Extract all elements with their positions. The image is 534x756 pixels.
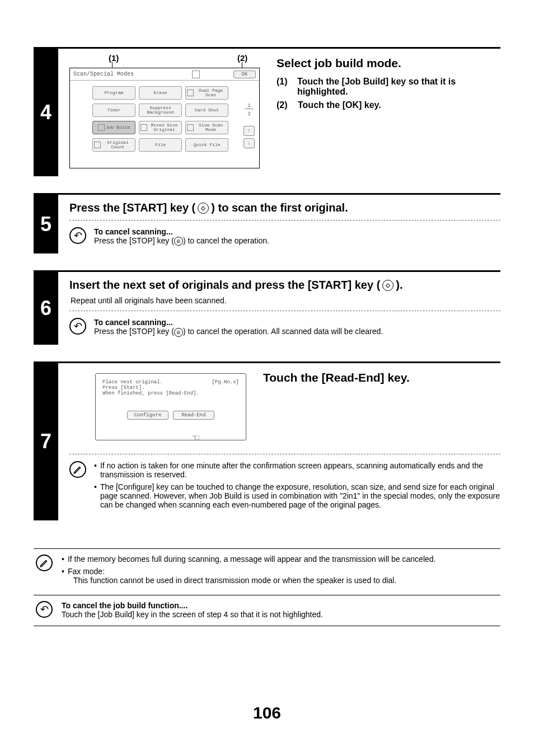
step-6-heading: Insert the next set of originals and pre… (69, 279, 500, 292)
panel-line-1b: [Pg.No.x] (212, 379, 239, 385)
panel-line-3: When finished, press [Read-End]. (102, 391, 239, 396)
mixed-size-icon (140, 124, 147, 131)
bullet-1: If no action is taken for one minute aft… (94, 461, 500, 479)
callout-2: (2) (237, 53, 247, 63)
step-number: 4 (34, 49, 58, 176)
page-indicator-bottom: 2 (247, 111, 250, 117)
timer-button[interactable]: Timer (92, 104, 135, 117)
card-shot-button[interactable]: Card Shot (185, 104, 228, 117)
pencil-icon (36, 555, 53, 571)
step-6: 6 Insert the next set of originals and p… (34, 270, 500, 344)
step-7-heading: Touch the [Read-End] key. (263, 371, 410, 384)
bottom-notes: If the memory becomes full during scanni… (34, 548, 500, 626)
cancel-job-build-body: Touch the [Job Build] key in the screen … (62, 610, 498, 619)
sub-label-2: (2) (277, 100, 292, 110)
step-7: 7 Place next original. [Pg.No.x] Press [… (34, 361, 500, 520)
step-6-subdesc: Repeat until all originals have been sca… (71, 296, 500, 305)
cancel-note-title: To cancel scanning... (94, 318, 383, 327)
mixed-size-original-button[interactable]: Mixed Size Original (139, 121, 182, 134)
quick-file-button[interactable]: Quick File (185, 138, 228, 152)
step-number: 5 (34, 195, 58, 253)
sub-label-1: (1) (277, 77, 292, 97)
job-build-icon (98, 124, 105, 131)
usb-icon (192, 71, 200, 78)
cancel-note-body: Press the [STOP] key (⊚) to cancel the o… (94, 327, 383, 336)
cancel-note: ↶ To cancel scanning... Press the [STOP]… (69, 227, 500, 246)
cancel-job-build-title: To cancel the job build function.... (62, 601, 498, 610)
read-end-button[interactable]: Read-End (173, 411, 214, 420)
panel-line-1a: Place next original. (102, 379, 163, 385)
scan-special-modes-panel: Scan/Special Modes OK Program Erase Dual… (69, 68, 260, 168)
step-number: 6 (34, 272, 58, 344)
panel-title: Scan/Special Modes (73, 71, 134, 77)
undo-icon: ↶ (69, 227, 86, 244)
start-key-icon: ◇ (198, 203, 209, 214)
hand-pointer-icon: ☜ (192, 430, 199, 445)
ok-button[interactable]: OK (233, 71, 256, 78)
panel-line-2: Press [Start]. (102, 385, 239, 391)
cancel-note: ↶ To cancel scanning... Press the [STOP]… (69, 318, 500, 336)
page-indicator-top: 1 (245, 103, 254, 109)
touch-panel-wrap: (1) (2) Scan/Special Modes OK Pro (69, 53, 260, 168)
step-5-heading: Press the [START] key ( ◇ ) to scan the … (69, 201, 500, 214)
callout-1: (1) (109, 53, 119, 63)
slow-scan-icon (187, 124, 194, 131)
read-end-panel: Place next original. [Pg.No.x] Press [St… (95, 373, 246, 440)
dual-page-icon (187, 90, 194, 96)
job-build-button[interactable]: Job Build (92, 121, 135, 134)
divider (69, 220, 500, 220)
start-key-icon: ◇ (382, 280, 394, 291)
suppress-background-button[interactable]: Suppress Background (139, 104, 182, 117)
page-number: 106 (0, 703, 534, 722)
step-number: 7 (34, 363, 58, 520)
bottom-bullet-1: If the memory becomes full during scanni… (62, 555, 498, 564)
step-4-heading: Select job build mode. (277, 57, 500, 70)
file-button[interactable]: File (139, 138, 182, 152)
original-count-button[interactable]: Original Count (92, 138, 135, 152)
step-5: 5 Press the [START] key ( ◇ ) to scan th… (34, 193, 500, 253)
program-button[interactable]: Program (92, 86, 135, 100)
pencil-icon (69, 461, 86, 478)
erase-button[interactable]: Erase (139, 86, 182, 100)
dual-page-scan-button[interactable]: Dual Page Scan (185, 86, 228, 100)
stop-key-icon: ⊚ (174, 237, 183, 246)
scroll-down-button[interactable]: ↓ (243, 138, 255, 148)
original-count-icon (94, 142, 101, 148)
bottom-bullet-2: Fax mode: This function cannot be used i… (62, 567, 498, 585)
sub-text-1: Touch the [Job Build] key so that it is … (297, 77, 500, 97)
configure-button[interactable]: Configure (127, 411, 168, 420)
cancel-note-title: To cancel scanning... (94, 227, 269, 236)
undo-icon: ↶ (69, 318, 86, 335)
stop-key-icon: ⊚ (174, 328, 183, 337)
divider (69, 311, 500, 311)
cancel-note-body: Press the [STOP] key (⊚) to cancel the o… (94, 236, 269, 246)
step-7-notes: If no action is taken for one minute aft… (69, 461, 500, 513)
panel-scroll: 1 2 ↑ ↓ (242, 87, 256, 148)
divider (69, 454, 500, 454)
slow-scan-mode-button[interactable]: Slow Scan Mode (185, 121, 228, 134)
bullet-2: The [Configure] key can be touched to ch… (94, 482, 500, 509)
step-4: 4 (1) (2) Scan/Special Modes OK (34, 47, 500, 176)
scroll-up-button[interactable]: ↑ (243, 126, 255, 136)
step-4-instructions: Select job build mode. (1)Touch the [Job… (277, 53, 500, 114)
undo-icon: ↶ (36, 601, 53, 618)
sub-text-2: Touch the [OK] key. (298, 100, 381, 110)
